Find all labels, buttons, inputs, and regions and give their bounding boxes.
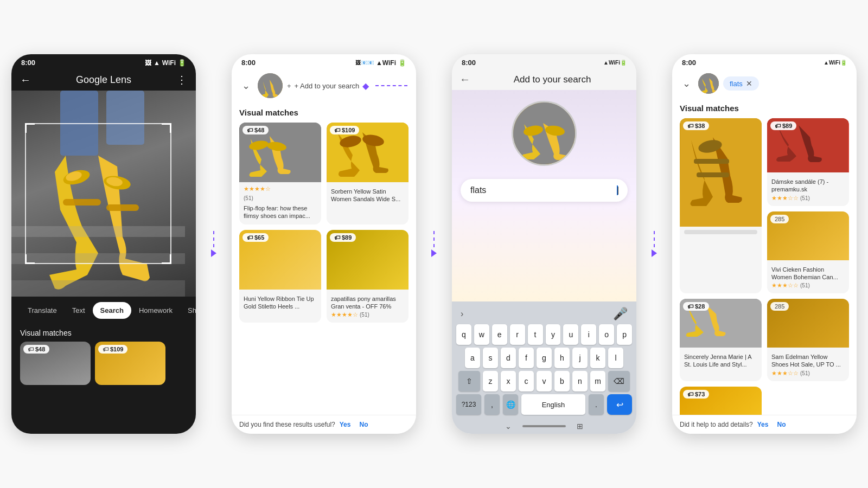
tab-text[interactable]: Text (65, 302, 93, 319)
chip-close-icon[interactable]: ✕ (746, 79, 752, 88)
time-2: 8:00 (241, 59, 256, 67)
nav-left-icon[interactable]: › (461, 309, 463, 319)
key-w[interactable]: w (474, 324, 489, 345)
key-u[interactable]: u (563, 324, 578, 345)
star-count-2-1: (51) (244, 195, 253, 201)
key-comma[interactable]: , (484, 394, 500, 415)
key-m[interactable]: m (590, 371, 605, 391)
no-btn-4[interactable]: No (777, 421, 786, 428)
key-i[interactable]: i (581, 324, 596, 345)
key-z[interactable]: z (483, 371, 498, 391)
key-enter[interactable]: ↩ (607, 394, 632, 415)
thumb-item-2[interactable]: 🏷 $109 (95, 342, 165, 385)
yes-btn-4[interactable]: Yes (757, 421, 769, 428)
key-c[interactable]: c (519, 371, 534, 391)
chevron-btn-4[interactable]: ⌄ (679, 76, 694, 91)
visual-matches-title-1: Visual matches (20, 329, 187, 337)
circle-thumb-2 (258, 73, 283, 98)
key-p[interactable]: p (617, 324, 632, 345)
key-123[interactable]: ?123 (456, 394, 481, 415)
spacer-2 (239, 323, 409, 333)
tab-translate[interactable]: Translate (20, 302, 65, 319)
arrow-right-2 (431, 249, 437, 257)
key-e[interactable]: e (492, 324, 507, 345)
key-x[interactable]: x (501, 371, 516, 391)
nav-grid-icon[interactable]: ⊞ (577, 422, 583, 431)
back-btn-3[interactable]: ← (459, 73, 470, 86)
key-j[interactable]: j (572, 348, 588, 368)
key-k[interactable]: k (590, 348, 605, 368)
product-card-2-2[interactable]: 🏷 $109 Sorbern Yellow Satin Women Sandal… (327, 123, 409, 224)
product-card-2-3[interactable]: 🏷 $65 Huni Yellow Ribbon Tie Up Gold Sti… (239, 230, 321, 323)
screen3-phone: 8:00 ▲WiFi🔋 ← Add to your search (452, 54, 636, 434)
product-name-4-2: Dámske sandále (7) - premamku.sk (771, 178, 845, 194)
key-q[interactable]: q (456, 324, 471, 345)
key-t[interactable]: t (528, 324, 543, 345)
key-lang[interactable]: English (521, 394, 585, 415)
rating-row-2-4: ★★★★☆ (51) (331, 311, 404, 318)
key-n[interactable]: n (572, 371, 588, 391)
status-bar-3: 8:00 ▲WiFi🔋 (452, 54, 636, 69)
product-img-4-1: 🏷 $38 (680, 118, 762, 227)
product-card-4-1[interactable]: 🏷 $38 (680, 118, 762, 293)
product-card-4-6[interactable]: 🏷 $73 (680, 387, 762, 415)
key-period[interactable]: . (589, 394, 604, 415)
content-scroll-4[interactable]: Visual matches (672, 98, 857, 415)
flats-chip[interactable]: flats ✕ (723, 76, 759, 91)
tab-shopping[interactable]: Shoppi... (180, 302, 196, 319)
product-card-4-5[interactable]: 285 Sam Edelman Yellow Shoes Hot Sale, U… (767, 299, 849, 381)
key-l[interactable]: l (608, 348, 623, 368)
nav-down-icon[interactable]: ⌄ (505, 422, 512, 431)
more-icon-1[interactable]: ⋮ (176, 73, 187, 86)
tag-icon-4-2: 🏷 (775, 123, 781, 129)
product-card-2-1[interactable]: 🏷 $48 ★★★★☆ (51) Flip-flop fear: how the… (239, 123, 321, 224)
tag-icon-4-1: 🏷 (687, 123, 693, 129)
time-3: 8:00 (462, 59, 476, 67)
key-d[interactable]: d (501, 348, 516, 368)
yes-btn-2[interactable]: Yes (340, 421, 351, 428)
thumb-item-1[interactable]: 🏷 $48 (20, 342, 91, 385)
price-badge-2-4: 🏷 $89 (330, 233, 356, 242)
product-card-2-4[interactable]: 🏷 $89 zapatillas pony amarillas Gran ven… (327, 230, 409, 323)
screen3-body: flats | (452, 90, 636, 301)
product-card-4-2[interactable]: 🏷 $89 Dámske sandále (7) - premamku.sk ★… (767, 118, 849, 206)
product-card-4-4[interactable]: 🏷 $28 Sincerely Jenna Marie | A St. Loui… (680, 299, 762, 381)
product-img-4-3: 285 (767, 211, 849, 260)
shoe-image-area: Translate Text Search Homework Shoppi...… (11, 91, 196, 434)
key-s[interactable]: s (483, 348, 498, 368)
tab-search[interactable]: Search (93, 302, 131, 319)
add-to-search-label[interactable]: + + Add to your search ◆ (287, 81, 369, 91)
key-h[interactable]: h (554, 348, 570, 368)
tag-icon-4-4: 🏷 (687, 303, 693, 310)
corner-bl (25, 254, 35, 264)
key-a[interactable]: a (465, 348, 480, 368)
price-badge-2-2: 🏷 $109 (330, 126, 359, 134)
key-y[interactable]: y (546, 324, 561, 345)
circle-thumb-4 (698, 73, 719, 94)
product-img-2-4: 🏷 $89 (327, 230, 409, 290)
suggest-row: › 🎤 (456, 305, 632, 324)
key-f[interactable]: f (519, 348, 534, 368)
content-scroll-2[interactable]: Visual matches (232, 102, 416, 415)
wifi-icon: WiFi (162, 59, 176, 67)
no-btn-2[interactable]: No (359, 421, 368, 428)
key-delete[interactable]: ⌫ (608, 371, 630, 391)
back-icon-1[interactable]: ← (20, 74, 31, 86)
chevron-btn-2[interactable]: ⌄ (238, 78, 253, 93)
tab-homework[interactable]: Homework (131, 302, 180, 319)
product-card-4-3[interactable]: 285 Vivi Cieken Fashion Women Bohemian C… (767, 211, 849, 294)
selection-box (25, 123, 171, 264)
key-g[interactable]: g (537, 348, 552, 368)
key-b[interactable]: b (554, 371, 570, 391)
key-r[interactable]: r (510, 324, 525, 345)
mic-icon[interactable]: 🎤 (613, 307, 628, 321)
key-o[interactable]: o (599, 324, 614, 345)
svg-rect-24 (697, 172, 729, 177)
key-v[interactable]: v (537, 371, 552, 391)
key-shift[interactable]: ⇧ (458, 371, 480, 391)
search-input-3[interactable]: flats | (461, 179, 628, 202)
connector-3-4 (652, 231, 657, 257)
price-badge-2-1: 🏷 $48 (242, 126, 269, 134)
screen3-title: Add to your search (476, 74, 629, 85)
key-globe[interactable]: 🌐 (503, 394, 518, 415)
